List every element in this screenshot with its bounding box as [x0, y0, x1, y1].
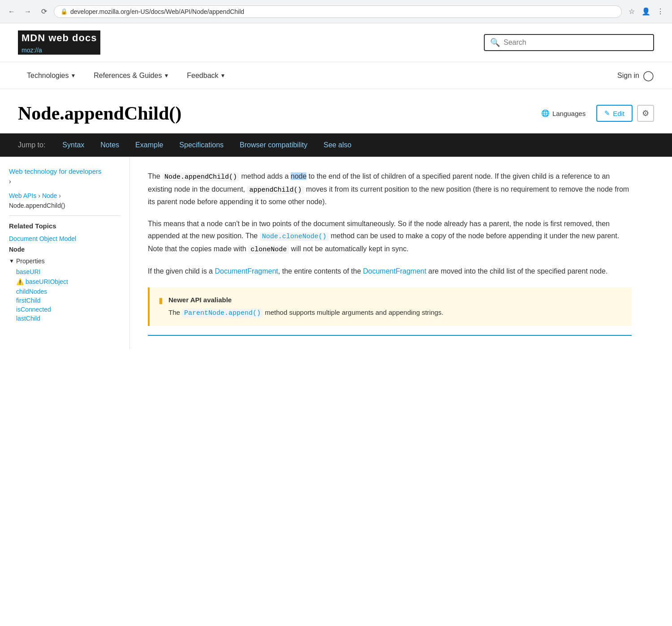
gear-button[interactable]: ⚙ — [637, 105, 654, 122]
node-label: Node — [9, 246, 121, 253]
sidebar: Web technology for developers › Web APIs… — [0, 157, 130, 349]
sidebar-item-baseURIObject[interactable]: ⚠️ baseURIObject — [9, 276, 121, 287]
web-tech-link[interactable]: Web technology for developers — [9, 167, 121, 175]
triangle-icon: ▼ — [9, 258, 14, 264]
p3-after: are moved into the child list of the spe… — [426, 267, 608, 275]
mdn-logo[interactable]: MDN web docs moz://a — [18, 30, 100, 55]
paragraph-2: This means that a node can't be in two p… — [148, 218, 632, 255]
logo-sub-text: moz://a — [18, 46, 100, 55]
paragraph-1: The Node.appendChild() method adds a nod… — [148, 170, 632, 208]
warning-icon: ⚠️ — [16, 278, 24, 285]
sidebar-item-lastChild[interactable]: lastChild — [9, 314, 121, 323]
languages-button[interactable]: 🌐 Languages — [535, 106, 592, 121]
page-title: Node.appendChild() — [18, 103, 181, 124]
breadcrumb-web-apis[interactable]: Web APIs — [9, 192, 36, 199]
note-icon: ▮ — [159, 296, 163, 305]
p3-docfrag-link2[interactable]: DocumentFragment — [363, 267, 426, 275]
search-input[interactable] — [504, 39, 648, 47]
bookmark-button[interactable]: ☆ — [625, 5, 638, 18]
related-topics-label: Related Topics — [9, 222, 121, 230]
dom-link[interactable]: Document Object Model — [9, 235, 121, 242]
content-area: The Node.appendChild() method adds a nod… — [130, 157, 650, 349]
p1-code2: appendChild() — [247, 186, 304, 194]
feedback-arrow: ▼ — [220, 73, 226, 79]
note-text-after: method supports multiple arguments and a… — [263, 309, 444, 316]
p2-clonenode: cloneNode — [248, 245, 289, 254]
nav-left: Technologies ▼ References & Guides ▼ Fee… — [18, 64, 234, 88]
p1-highlight: node — [291, 172, 307, 180]
gear-icon: ⚙ — [642, 108, 649, 118]
sidebar-divider — [9, 215, 121, 216]
references-arrow: ▼ — [164, 73, 169, 79]
mdn-header: MDN web docs moz://a 🔍 — [0, 23, 672, 62]
page-title-area: Node.appendChild() 🌐 Languages ✎ Edit ⚙ — [0, 89, 672, 133]
page-actions: 🌐 Languages ✎ Edit ⚙ — [535, 105, 654, 122]
breadcrumb-arrow-1: › — [38, 192, 40, 199]
nav-item-technologies[interactable]: Technologies ▼ — [18, 64, 85, 88]
sign-in-label: Sign in — [617, 72, 639, 80]
pencil-icon: ✎ — [604, 109, 610, 117]
sidebar-item-firstChild[interactable]: firstChild — [9, 296, 121, 305]
p2-clonenode-link[interactable]: Node.cloneNode() — [260, 232, 329, 241]
sidebar-item-baseURIObject-link[interactable]: baseURIObject — [26, 277, 68, 286]
p2-after2: will not be automatically kept in sync. — [289, 245, 409, 253]
reload-button[interactable]: ⟳ — [38, 5, 50, 18]
logo-main-text: MDN web docs — [18, 30, 100, 46]
p1-before: The — [148, 172, 162, 180]
jump-to-label: Jump to: — [18, 141, 45, 149]
address-bar[interactable]: 🔒 developer.mozilla.org/en-US/docs/Web/A… — [54, 5, 622, 18]
globe-icon: 🌐 — [541, 109, 550, 117]
browser-actions: ☆ 👤 ⋮ — [625, 5, 667, 18]
main-layout: Web technology for developers › Web APIs… — [0, 157, 672, 349]
browser-chrome: ← → ⟳ 🔒 developer.mozilla.org/en-US/docs… — [0, 0, 672, 23]
properties-label: Properties — [16, 257, 45, 265]
note-title: Newer API avaliable — [168, 295, 444, 305]
nav-references-label: References & Guides — [94, 72, 162, 80]
sidebar-item-childNodes[interactable]: childNodes — [9, 287, 121, 296]
nav-item-feedback[interactable]: Feedback ▼ — [178, 64, 234, 88]
jump-syntax[interactable]: Syntax — [54, 133, 92, 157]
sign-in-area[interactable]: Sign in ◯ — [617, 70, 654, 81]
current-page-label: Node.appendChild() — [9, 202, 65, 209]
breadcrumb-node[interactable]: Node — [42, 192, 57, 199]
paragraph-3: If the given child is a DocumentFragment… — [148, 265, 632, 277]
jump-specifications[interactable]: Specifications — [171, 133, 232, 157]
nav-technologies-label: Technologies — [27, 72, 69, 80]
search-icon: 🔍 — [490, 38, 500, 47]
sidebar-item-baseURI[interactable]: baseURI — [9, 267, 121, 276]
p1-code: Node.appendChild() — [162, 173, 239, 181]
p3-mid: , the entire contents of the — [278, 267, 363, 275]
technologies-arrow: ▼ — [70, 73, 76, 79]
lock-icon: 🔒 — [60, 8, 68, 15]
github-icon: ◯ — [643, 70, 654, 81]
url-text: developer.mozilla.org/en-US/docs/Web/API… — [70, 8, 244, 15]
jump-notes[interactable]: Notes — [92, 133, 127, 157]
back-button[interactable]: ← — [5, 5, 18, 18]
edit-button[interactable]: ✎ Edit — [596, 105, 633, 122]
breadcrumb: Web APIs › Node › — [9, 192, 121, 199]
search-box[interactable]: 🔍 — [484, 34, 654, 51]
jump-see-also[interactable]: See also — [315, 133, 359, 157]
note-content: Newer API avaliable The ParentNode.appen… — [168, 295, 444, 319]
note-callout: ▮ Newer API avaliable The ParentNode.app… — [148, 287, 632, 326]
profile-button[interactable]: 👤 — [640, 5, 652, 18]
jump-to-bar: Jump to: Syntax Notes Example Specificat… — [0, 133, 672, 157]
languages-label: Languages — [552, 110, 586, 117]
note-text-before: The — [168, 309, 182, 316]
jump-browser-compat[interactable]: Browser compatibility — [232, 133, 315, 157]
properties-header[interactable]: ▼ Properties — [9, 257, 121, 265]
edit-label: Edit — [613, 110, 625, 117]
nav-item-references[interactable]: References & Guides ▼ — [85, 64, 178, 88]
note-code-link[interactable]: ParentNode.append() — [182, 309, 263, 317]
sidebar-expand-arrow[interactable]: › — [9, 178, 121, 185]
p3-docfrag-link1[interactable]: DocumentFragment — [215, 267, 278, 275]
main-nav: Technologies ▼ References & Guides ▼ Fee… — [0, 62, 672, 89]
sidebar-item-isConnected[interactable]: isConnected — [9, 305, 121, 314]
p1-after1: method adds a — [239, 172, 291, 180]
p3-before: If the given child is a — [148, 267, 215, 275]
breadcrumb-arrow-2: › — [59, 192, 61, 199]
menu-button[interactable]: ⋮ — [654, 5, 667, 18]
forward-button[interactable]: → — [22, 5, 34, 18]
jump-example[interactable]: Example — [127, 133, 171, 157]
bottom-divider — [148, 335, 632, 336]
